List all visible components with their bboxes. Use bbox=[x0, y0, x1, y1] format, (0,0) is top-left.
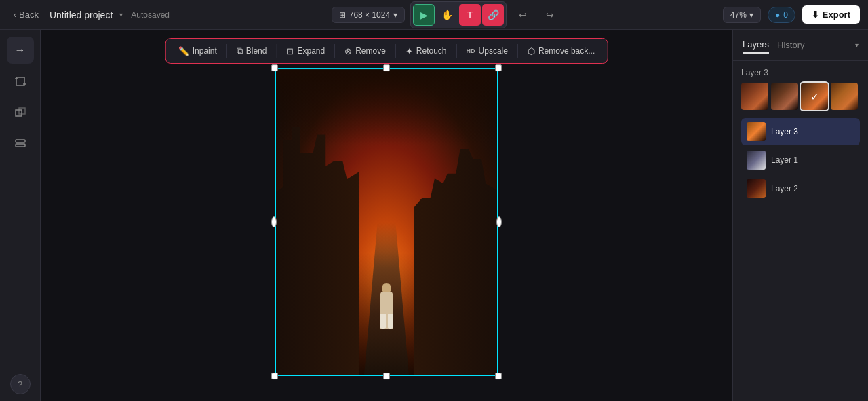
divider-4 bbox=[395, 44, 396, 58]
upscale-button[interactable]: HD Upscale bbox=[460, 43, 515, 59]
zoom-label: 47% bbox=[730, 10, 747, 20]
remove-button[interactable]: ⊗ Remove bbox=[338, 43, 393, 60]
tab-history[interactable]: History bbox=[777, 37, 804, 53]
sidebar-transform-button[interactable] bbox=[7, 99, 34, 126]
remove-bg-label: Remove back... bbox=[538, 46, 595, 56]
divider-1 bbox=[226, 44, 227, 58]
project-name[interactable]: Untitled project bbox=[50, 9, 113, 20]
person-leg-right bbox=[388, 314, 393, 329]
active-layer-title: Layer 3 bbox=[741, 68, 860, 77]
person-figure bbox=[376, 275, 397, 329]
hand-tool-button[interactable]: ✋ bbox=[436, 4, 458, 26]
handle-middle-left[interactable] bbox=[271, 216, 277, 227]
blend-icon: ⧉ bbox=[237, 45, 243, 56]
right-sidebar: Layers History ▾ Layer 3 ✓ bbox=[732, 30, 868, 401]
retouch-label: Retouch bbox=[416, 46, 447, 56]
layer-item-1[interactable]: Layer 1 bbox=[741, 147, 860, 174]
building-right bbox=[414, 129, 498, 375]
remove-icon: ⊗ bbox=[344, 46, 352, 56]
expand-label: Expand bbox=[297, 46, 325, 56]
inpaint-label: Inpaint bbox=[193, 46, 217, 56]
sidebar-tabs-chevron-icon[interactable]: ▾ bbox=[855, 41, 859, 49]
layer-1-name: Layer 1 bbox=[771, 155, 798, 165]
layer-3-thumb-inner bbox=[747, 122, 766, 141]
handle-bottom-middle[interactable] bbox=[383, 373, 390, 379]
handle-bottom-left[interactable] bbox=[271, 373, 278, 379]
credits-count: 0 bbox=[783, 10, 788, 20]
credits-button[interactable]: ● 0 bbox=[768, 7, 795, 23]
zoom-dropdown-icon: ▾ bbox=[749, 10, 753, 20]
image-content bbox=[275, 68, 498, 376]
divider-6 bbox=[517, 44, 518, 58]
thumbnails-row: ✓ bbox=[741, 83, 860, 110]
retouch-icon: ✦ bbox=[406, 46, 413, 56]
handle-top-right[interactable] bbox=[495, 64, 502, 71]
layer-item-3[interactable]: Layer 3 bbox=[741, 118, 860, 145]
thumbnail-2[interactable] bbox=[771, 83, 798, 110]
topbar: ‹ Back Untitled project ▾ Autosaved ⊞ 76… bbox=[0, 0, 868, 30]
sidebar-crop-button[interactable] bbox=[7, 68, 34, 95]
text-tool-button[interactable]: T bbox=[459, 4, 481, 26]
divider-5 bbox=[456, 44, 457, 58]
thumb-check-icon: ✓ bbox=[810, 90, 819, 103]
layer-2-name: Layer 2 bbox=[771, 184, 798, 193]
undo-button[interactable]: ↩ bbox=[512, 4, 534, 26]
layer-1-thumb bbox=[747, 151, 766, 170]
retouch-button[interactable]: ✦ Retouch bbox=[399, 43, 454, 60]
canvas-image bbox=[275, 68, 498, 376]
handle-middle-right[interactable] bbox=[496, 216, 502, 227]
divider-3 bbox=[334, 44, 335, 58]
blend-button[interactable]: ⧉ Blend bbox=[230, 42, 274, 60]
thumbnail-4[interactable] bbox=[831, 83, 858, 110]
inpaint-button[interactable]: ✏️ Inpaint bbox=[172, 43, 224, 60]
export-button[interactable]: ⬇ Export bbox=[802, 5, 860, 24]
sidebar-layers-button[interactable] bbox=[7, 130, 34, 157]
project-dropdown-icon[interactable]: ▾ bbox=[119, 11, 123, 18]
upscale-label: Upscale bbox=[479, 46, 508, 56]
layer-section: Layer 3 ✓ bbox=[733, 61, 868, 209]
back-button[interactable]: ‹ Back bbox=[8, 7, 44, 22]
remove-bg-icon: ⬡ bbox=[528, 46, 535, 56]
sidebar-expand-button[interactable]: → bbox=[7, 37, 34, 64]
canvas-area: ↻ bbox=[275, 68, 498, 376]
select-tool-button[interactable]: ▶ bbox=[413, 4, 435, 26]
layer-1-thumb-inner bbox=[747, 151, 766, 170]
tab-layers[interactable]: Layers bbox=[743, 37, 769, 54]
autosaved-status: Autosaved bbox=[131, 10, 170, 20]
layer-item-2[interactable]: Layer 2 bbox=[741, 175, 860, 202]
canvas-size-label: 768 × 1024 bbox=[349, 10, 390, 20]
left-sidebar: → ? bbox=[0, 30, 41, 401]
thumb-inner-2 bbox=[771, 83, 798, 110]
link-tool-button[interactable]: 🔗 bbox=[482, 4, 504, 26]
credits-icon: ● bbox=[775, 10, 780, 20]
building-left bbox=[275, 114, 359, 376]
topbar-right: 47% ▾ ● 0 ⬇ Export bbox=[723, 5, 860, 24]
expand-button[interactable]: ⊡ Expand bbox=[279, 43, 332, 60]
remove-bg-button[interactable]: ⬡ Remove back... bbox=[521, 43, 601, 60]
handle-top-left[interactable] bbox=[271, 64, 278, 71]
back-label: Back bbox=[19, 9, 39, 20]
handle-bottom-right[interactable] bbox=[495, 373, 502, 379]
tool-group-main: ▶ ✋ T 🔗 bbox=[410, 1, 507, 28]
layer-3-name: Layer 3 bbox=[771, 127, 798, 136]
zoom-button[interactable]: 47% ▾ bbox=[723, 7, 761, 23]
topbar-left: ‹ Back Untitled project ▾ Autosaved bbox=[8, 7, 170, 22]
main-canvas[interactable]: ✏️ Inpaint ⧉ Blend ⊡ Expand ⊗ Remove ✦ R… bbox=[41, 30, 732, 401]
canvas-size-button[interactable]: ⊞ 768 × 1024 ▾ bbox=[332, 7, 405, 23]
blend-label: Blend bbox=[246, 46, 267, 56]
redo-button[interactable]: ↪ bbox=[539, 4, 561, 26]
person-legs bbox=[380, 314, 393, 329]
crop-icon bbox=[14, 75, 26, 88]
sub-toolbar: ✏️ Inpaint ⧉ Blend ⊡ Expand ⊗ Remove ✦ R… bbox=[165, 38, 608, 64]
thumb-inner-1 bbox=[741, 83, 768, 110]
help-button[interactable]: ? bbox=[10, 374, 31, 394]
handle-top-middle[interactable] bbox=[383, 64, 390, 71]
canvas-image-wrapper[interactable]: ↻ bbox=[275, 68, 498, 376]
layer-2-thumb-inner bbox=[747, 179, 766, 198]
layer-2-thumb bbox=[747, 179, 766, 198]
thumbnail-1[interactable] bbox=[741, 83, 768, 110]
help-icon: ? bbox=[18, 379, 22, 389]
transform-icon bbox=[14, 107, 26, 119]
canvas-size-dropdown-icon: ▾ bbox=[393, 10, 397, 20]
thumbnail-3[interactable]: ✓ bbox=[801, 83, 828, 110]
